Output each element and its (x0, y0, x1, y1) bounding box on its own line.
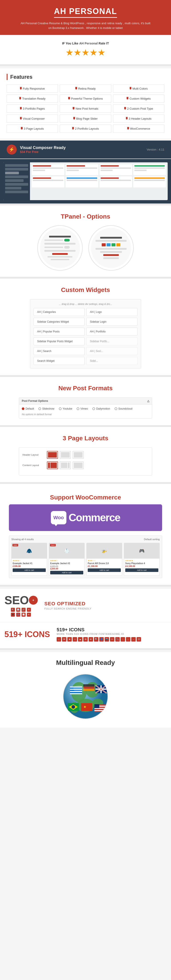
svg-rect-14 (83, 689, 94, 691)
add-to-cart-4[interactable]: Add to cart (125, 568, 158, 572)
product-img-3: 🚁 (87, 543, 122, 558)
product-info-2: ★★★★☆ Example Jacket #2 £180.00 £200.00 … (49, 558, 84, 576)
woo-sort: Default sorting (144, 538, 160, 541)
add-to-cart-2[interactable]: Add to cart (50, 571, 83, 574)
radio-default-dot (22, 407, 24, 410)
fa-icon-4: ♫ (73, 637, 77, 641)
widget-ah-portfolio: AH | Portfolio (86, 328, 138, 336)
woo-results-count: Showing all 4 results (11, 538, 34, 541)
feature-custom-widgets: Custom Widgets (113, 94, 164, 103)
feature-powerful-theme: Powerful Theme Options (60, 94, 111, 103)
sidebar-item-5 (5, 179, 24, 182)
widget-ah-search: AH | Search (33, 347, 85, 355)
vc-text: Visual Composer Ready $34 For Free (20, 145, 66, 154)
product-card-2: Sale! 🥼 ★★★★☆ Example Jacket #2 £180.00 … (49, 543, 85, 576)
radio-youtube[interactable]: Youtube (59, 407, 73, 410)
layouts-section: Header Layout Content Layout (0, 445, 171, 482)
seo-icons-grid: 🔍 📊 🔗 ⚙ 📱 🌐 📈 ✉ (11, 608, 31, 617)
icons-number: 519+ ICONS (5, 630, 50, 639)
product-img-2: Sale! 🥼 (49, 543, 84, 558)
header-layout-row: Header Layout (22, 451, 149, 459)
sidebar-item-2 (5, 168, 28, 170)
postformat-section: Post Format Options △ Default Slideshow … (0, 395, 171, 425)
woo-products-header: Showing all 4 results Default sorting (11, 538, 160, 541)
screenshot-section (0, 159, 171, 204)
widget-sidebar-portfo: Sidebar Portfo... (86, 337, 138, 345)
section-divider-5 (0, 425, 171, 427)
header-option-1[interactable] (47, 451, 58, 459)
widgets-title: Custom Widgets (0, 278, 171, 297)
svg-text:★: ★ (83, 705, 86, 709)
widget-search-widget: Search Widget (33, 357, 85, 365)
products-grid: Sale! 🧥 ★★★★☆ Example Jacket #1 £195.00 … (11, 543, 160, 576)
widget-sidebar-popular: Sidebar Popular Posts Widget (33, 337, 85, 345)
postformat-label: Post Format Options (22, 399, 48, 402)
add-to-cart-1[interactable]: Add to cart (13, 568, 46, 572)
widget-ah-logo: AH | Logo (86, 308, 138, 316)
feature-woocommerce: WooCommerce (113, 124, 164, 133)
widget-sidebar-login: Sidebar Login (86, 318, 138, 326)
fa-icon-5: ☁ (78, 637, 82, 641)
multilingual-section: Multilingual Ready (0, 652, 171, 728)
vc-icon: ⚡ (7, 145, 17, 154)
postformat-expand[interactable]: △ (147, 399, 149, 402)
radio-vimeo-dot (77, 407, 79, 410)
sale-badge-1: Sale! (13, 544, 18, 546)
content-layout-options (47, 461, 84, 469)
postformat-options: Default Slideshow Youtube Vimeo Dailymot… (19, 404, 152, 413)
fa-icon-14: ↓ (126, 637, 130, 641)
woo-commerce-text: Commerce (69, 511, 120, 524)
feature-blog-page-slider: Blog Page Slider (60, 115, 111, 123)
layouts-title: 3 Page Layouts (0, 427, 171, 445)
header-option-2[interactable] (60, 451, 71, 459)
screenshot-mockup (3, 162, 168, 200)
seo-icon-5: 📱 (11, 612, 15, 617)
sidebar-item-1 (5, 164, 28, 167)
fa-icon-13: ↑ (120, 637, 125, 641)
sale-badge-2: Sale! (50, 544, 56, 546)
content-option-1[interactable] (47, 461, 58, 469)
feature-multi-colors: Multi Colors (113, 84, 164, 93)
radio-soundcloud[interactable]: Soundcloud (115, 407, 132, 410)
radio-dailymotion[interactable]: Dailymotion (92, 407, 110, 410)
seo-icon-1: 🔍 (11, 608, 15, 612)
svg-rect-11 (70, 693, 82, 694)
icons-subtitle: MORE THAN 519 ICONS FROM FONTAWESOME.IO (57, 633, 141, 635)
tpanel-circle-inner-left (40, 228, 80, 268)
product-info-3: ★★★☆☆ Parrot AR Drone 2.0 £1,100.00 Add … (87, 558, 122, 573)
header-option-3[interactable] (73, 451, 84, 459)
seo-icon-3: 🔗 (22, 608, 25, 612)
radio-vimeo[interactable]: Vimeo (77, 407, 88, 410)
section-divider-1 (0, 64, 171, 66)
product-price-3: £1,100.00 (88, 565, 121, 568)
seo-icons-container: SEO + 🔍 📊 🔗 ⚙ 📱 🌐 📈 ✉ SEO OPTIMIZED FULL… (0, 589, 171, 648)
postformat-mockup: Post Format Options △ Default Slideshow … (19, 398, 152, 418)
star-rating[interactable]: ★★★★★ (5, 48, 166, 57)
seo-icon-4: ⚙ (27, 608, 31, 612)
seo-subtitle: FULLY SEARCH ENGINE FRIENDLY (44, 607, 166, 610)
radio-default[interactable]: Default (22, 407, 34, 410)
globe-container: ★ (61, 672, 110, 721)
feature-page-layouts: 3 Page Layouts (7, 124, 58, 133)
seo-title: SEO OPTIMIZED (44, 601, 166, 607)
rating-prompt: IF You Like AH Personal Rate IT (5, 41, 166, 45)
woo-products: Showing all 4 results Default sorting Sa… (9, 536, 162, 578)
header-description: AH Personal Creative Resume & Blog WordP… (19, 21, 152, 30)
seo-left: SEO + 🔍 📊 🔗 ⚙ 📱 🌐 📈 ✉ (5, 594, 38, 617)
add-to-cart-3[interactable]: Add to cart (88, 568, 121, 572)
fa-icon-7: ♥ (89, 637, 93, 641)
svg-rect-25 (81, 703, 92, 711)
radio-youtube-dot (59, 407, 62, 410)
product-card-1: Sale! 🧥 ★★★★☆ Example Jacket #1 £195.00 … (11, 543, 47, 576)
features-grid: Fully Responsive Retina Ready Multi Colo… (7, 84, 164, 133)
multilingual-title: Multilingual Ready (5, 659, 166, 667)
product-card-4: 🎮 ★★★★★ Sony Playstation 4 £4,100.00 Add… (124, 543, 160, 576)
feature-translation-ready: Translation Ready (7, 94, 58, 103)
content-option-3[interactable] (73, 461, 84, 469)
feature-visual-composer: Visual Composer (7, 115, 58, 123)
content-option-2[interactable] (60, 461, 71, 469)
woo-bubble: Woo (51, 511, 66, 524)
mockup-card-7 (100, 177, 132, 188)
svg-rect-31 (94, 704, 99, 708)
radio-slideshow[interactable]: Slideshow (38, 407, 54, 410)
